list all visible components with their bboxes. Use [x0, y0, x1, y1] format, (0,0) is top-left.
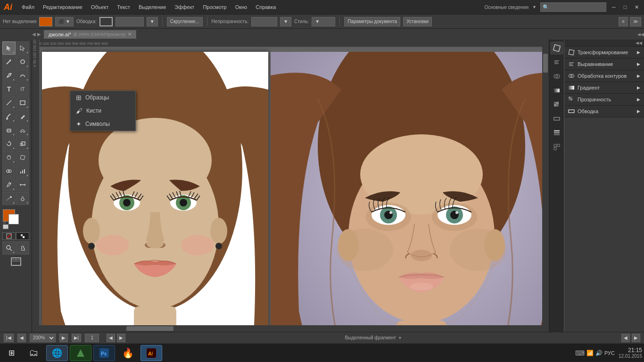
taskbar-browser[interactable]: 🌐	[46, 345, 68, 361]
hand-tool[interactable]	[16, 241, 29, 255]
none-fill[interactable]	[2, 232, 16, 240]
canvas-vscroll-thumb[interactable]	[543, 54, 548, 73]
lasso-tool[interactable]: ▸	[16, 55, 29, 68]
menu-help[interactable]: Справка	[252, 2, 280, 12]
status-prev-page[interactable]: ◀	[17, 334, 26, 342]
background-color[interactable]	[8, 214, 19, 224]
menu-text[interactable]: Текст	[113, 2, 134, 12]
status-next-page[interactable]: ▶	[59, 334, 68, 342]
mode-btn[interactable]	[16, 232, 29, 240]
menu-window[interactable]: Окно	[231, 2, 251, 12]
doc-params-btn[interactable]: Параметры документа	[344, 17, 400, 26]
transform-panel-title[interactable]: Трансформирование ▶	[564, 47, 644, 58]
paintbrush-tool[interactable]: ▸	[2, 110, 16, 123]
document-tab[interactable]: джоли.ai* @ 200% (СМУК/Просмотр) ✕	[44, 30, 137, 39]
symbol-sprayer-tool[interactable]: ▸	[16, 192, 29, 205]
roundness-btn[interactable]: Скругление...	[167, 17, 203, 26]
menu-selection[interactable]: Выделение	[135, 2, 170, 12]
pen-tool[interactable]: ▸	[2, 69, 16, 82]
search-input[interactable]	[540, 2, 606, 12]
text-tool[interactable]: T	[2, 82, 16, 96]
blend-tool[interactable]: ▸	[2, 192, 16, 205]
rect-tool[interactable]: ▸	[16, 96, 29, 109]
page-number-input[interactable]	[85, 334, 99, 342]
gradient-panel-title[interactable]: Градиент ▶	[564, 82, 644, 93]
lang-indicator[interactable]: РУС	[604, 350, 615, 356]
chart-tool[interactable]: ▸	[16, 165, 29, 178]
direct-select-tool[interactable]: ▸	[16, 41, 29, 55]
scale-tool[interactable]: ▸	[16, 137, 29, 150]
taskbar-chrome[interactable]: 🔥	[117, 345, 139, 361]
magic-wand-tool[interactable]	[2, 55, 16, 68]
select-tool[interactable]: ▸	[2, 41, 16, 55]
fill-color-swatch[interactable]	[39, 17, 52, 26]
canvas-vscroll[interactable]	[542, 40, 549, 325]
stroke-dropdown-btn[interactable]: ▼	[147, 17, 158, 26]
minimize-button[interactable]: ─	[610, 3, 618, 11]
scroll-left-btn[interactable]: ◀	[107, 334, 115, 342]
scroll-right-btn[interactable]: ▶	[117, 334, 125, 342]
taskbar-illustrator[interactable]: Ai	[140, 345, 162, 361]
stroke-options-btn[interactable]: ⬛ ▼	[55, 17, 74, 26]
popup-brushes[interactable]: 🖌 Кисти	[70, 104, 135, 117]
menu-effect[interactable]: Эффект	[171, 2, 198, 12]
canvas-hscroll[interactable]	[32, 325, 542, 332]
swap-colors-fill[interactable]	[3, 224, 8, 229]
align-panel-title[interactable]: Выравнивание ▶	[564, 58, 644, 70]
scissors-tool[interactable]: ▸	[16, 123, 29, 137]
canvas-hscroll-thumb[interactable]	[126, 326, 173, 331]
warp-tool[interactable]: ▸	[2, 151, 16, 164]
stroke-indicator[interactable]	[99, 17, 113, 26]
taskbar-photoshop[interactable]: Ps	[93, 345, 115, 361]
rotate-tool[interactable]: ▸	[2, 137, 16, 150]
extra-btn[interactable]: ≫	[630, 17, 641, 26]
transparency-icon-btn[interactable]	[550, 98, 563, 111]
shape-builder-tool[interactable]	[2, 165, 16, 178]
artboards-panel-btn[interactable]	[550, 140, 563, 154]
start-button[interactable]: ⊞	[2, 345, 21, 361]
status-prev-artboard[interactable]: |◀	[4, 334, 14, 342]
free-transform-tool[interactable]	[16, 151, 29, 164]
fragment-dropdown[interactable]: ▼	[398, 336, 402, 340]
expand-collapse-btn[interactable]: ◀◀	[636, 41, 642, 45]
menu-object[interactable]: Объект	[87, 2, 112, 12]
doc-close-btn[interactable]: ✕	[128, 32, 132, 37]
zoom-tool[interactable]: ▸	[2, 241, 16, 255]
eraser-tool[interactable]: ▸	[2, 123, 16, 137]
workspace-dropdown-icon[interactable]: ▼	[532, 5, 537, 9]
transparency-panel-title[interactable]: Прозрачность ▶	[564, 94, 644, 105]
layers-icon-btn[interactable]	[550, 126, 563, 140]
arrange-btn[interactable]: ≡	[619, 17, 628, 26]
popup-symbols[interactable]: ✦ Символы	[70, 117, 135, 131]
curvature-tool[interactable]: ▸	[16, 69, 29, 82]
pathfinder-panel-title[interactable]: Обработка контуров ▶	[564, 70, 644, 82]
measure-tool[interactable]	[16, 178, 29, 191]
panel-collapse-btn[interactable]: ◀◀	[637, 32, 644, 37]
canvas-scroll-left[interactable]: ◀	[621, 334, 630, 342]
maximize-button[interactable]: □	[621, 3, 629, 11]
touch-type-tool[interactable]: IT	[16, 82, 29, 96]
gradient-icon-btn[interactable]	[550, 84, 563, 97]
taskbar-app-green[interactable]	[70, 345, 91, 361]
pathfinder-icon-btn[interactable]	[550, 70, 563, 83]
opacity-input[interactable]: 100%	[251, 17, 277, 26]
taskbar-file-explorer[interactable]: 🗂	[23, 345, 44, 361]
panel-toggle-btn[interactable]: ◀ ▶	[32, 32, 41, 37]
opacity-dropdown-btn[interactable]: ▼	[280, 17, 291, 26]
transform-icon-btn[interactable]	[550, 41, 563, 55]
menu-file[interactable]: Файл	[18, 2, 38, 12]
menu-edit[interactable]: Редактирование	[39, 2, 86, 12]
status-next-artboard[interactable]: ▶|	[72, 334, 82, 342]
settings-btn[interactable]: Установки	[403, 17, 432, 26]
eyedropper-tool[interactable]: ▸	[2, 178, 16, 191]
stroke-icon-btn[interactable]	[550, 112, 563, 125]
line-tool[interactable]: ▸	[2, 96, 16, 109]
canvas-scroll-right[interactable]: ▶	[632, 334, 640, 342]
pencil-tool[interactable]: ▸	[16, 110, 29, 123]
zoom-select[interactable]: 200% 100% 50%	[30, 334, 56, 342]
stroke-value-input[interactable]	[116, 17, 144, 26]
close-button[interactable]: ✕	[633, 3, 640, 11]
clock-area[interactable]: 21:15 12.01.2015	[619, 347, 642, 359]
align-icon-btn[interactable]	[550, 56, 563, 69]
popup-samples[interactable]: ⊞ Образцы	[70, 91, 135, 104]
